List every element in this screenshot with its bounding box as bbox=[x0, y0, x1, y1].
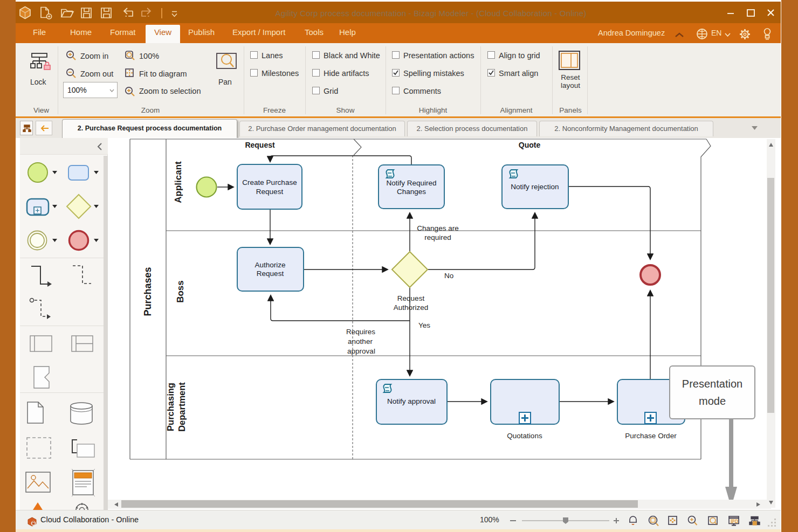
svg-text:Changes: Changes bbox=[397, 188, 426, 196]
svg-text:Request: Request bbox=[397, 294, 425, 302]
svg-text:Authorized: Authorized bbox=[394, 303, 429, 312]
svg-text:Purchase Order: Purchase Order bbox=[625, 432, 677, 440]
svg-text:Changes are: Changes are bbox=[417, 224, 458, 232]
svg-text:Authorize: Authorize bbox=[254, 261, 285, 269]
svg-text:Create Purchase: Create Purchase bbox=[242, 178, 297, 186]
svg-text:Yes: Yes bbox=[418, 321, 430, 329]
svg-text:Department: Department bbox=[177, 382, 187, 432]
svg-text:Request: Request bbox=[257, 270, 284, 278]
svg-text:required: required bbox=[424, 233, 451, 241]
svg-text:Quotations: Quotations bbox=[507, 432, 542, 440]
svg-text:approval: approval bbox=[347, 347, 375, 355]
svg-text:Notify approval: Notify approval bbox=[387, 397, 436, 405]
svg-text:Notify rejection: Notify rejection bbox=[511, 183, 559, 191]
svg-text:Notify Required: Notify Required bbox=[386, 179, 436, 187]
svg-text:Quote: Quote bbox=[519, 141, 541, 149]
svg-text:Purchasing: Purchasing bbox=[166, 383, 175, 431]
svg-text:No: No bbox=[444, 272, 453, 280]
svg-text:Request: Request bbox=[256, 188, 284, 196]
svg-text:Purchases: Purchases bbox=[142, 267, 153, 316]
svg-text:Request: Request bbox=[245, 141, 275, 149]
svg-text:Boss: Boss bbox=[175, 280, 185, 303]
svg-text:Requires: Requires bbox=[346, 328, 375, 336]
svg-text:another: another bbox=[348, 337, 373, 346]
svg-text:Applicant: Applicant bbox=[173, 161, 183, 203]
